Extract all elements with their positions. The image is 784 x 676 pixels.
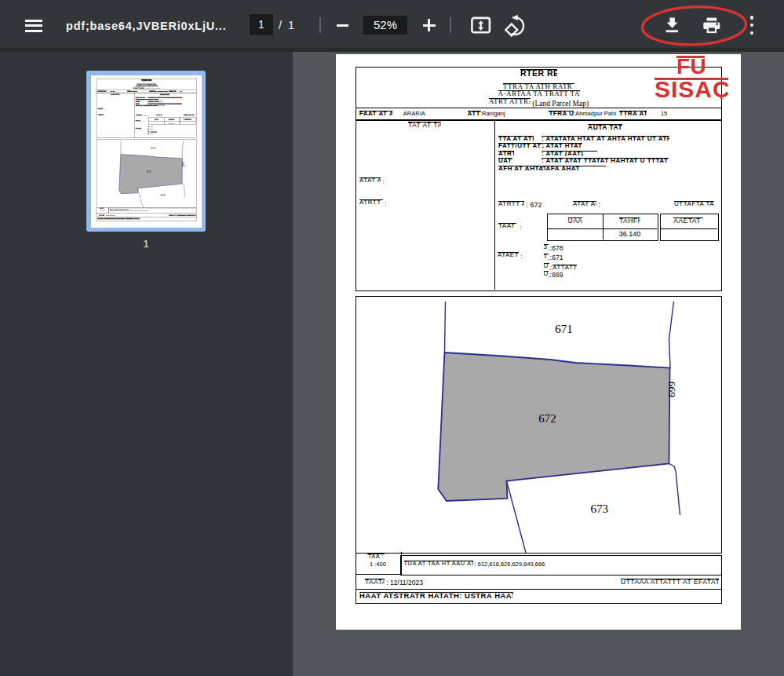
svg-text:669: 669 <box>666 382 678 398</box>
svg-text:669: 669 <box>181 162 184 166</box>
svg-text:671: 671 <box>151 146 155 150</box>
svg-text:671: 671 <box>555 323 573 335</box>
svg-text:673: 673 <box>591 502 609 515</box>
svg-text:672: 672 <box>147 170 151 174</box>
svg-text:673: 673 <box>161 194 166 198</box>
svg-text:672: 672 <box>538 412 556 425</box>
